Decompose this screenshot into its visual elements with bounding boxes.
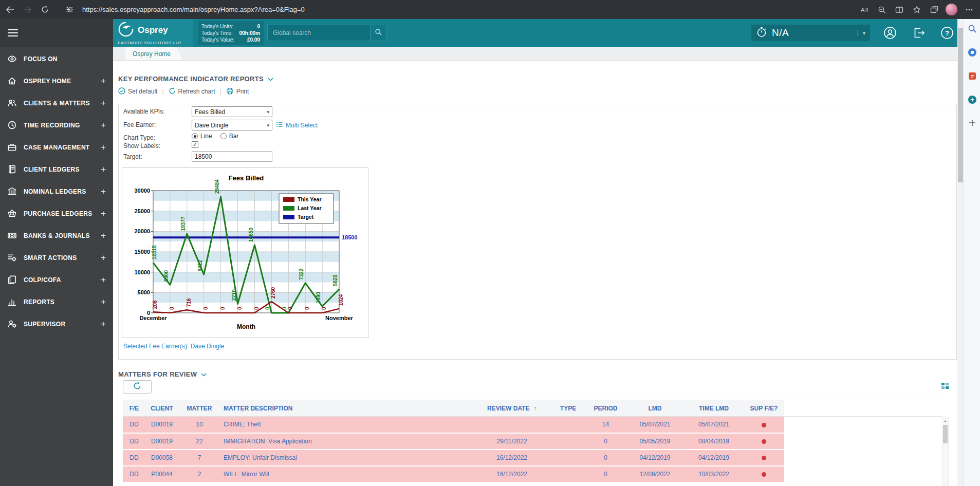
matters-refresh-button[interactable] bbox=[123, 380, 152, 394]
column-header-sup-f-e[interactable]: SUP F/E? bbox=[744, 400, 784, 417]
profile-icon[interactable] bbox=[883, 26, 897, 40]
sidebar-item-smart-actions[interactable]: SMART ACTIONS+ bbox=[0, 247, 113, 269]
target-input[interactable] bbox=[192, 151, 272, 162]
page-scrollbar[interactable] bbox=[957, 19, 964, 486]
column-header-period[interactable]: PERIOD bbox=[585, 400, 626, 417]
column-header-lmd[interactable]: LMD bbox=[626, 400, 684, 417]
timer-dropdown-icon[interactable]: ▾ bbox=[857, 30, 865, 36]
tools-icon[interactable] bbox=[968, 95, 977, 106]
expand-plus-icon[interactable]: + bbox=[101, 164, 106, 175]
column-header-review-date[interactable]: REVIEW DATE ↑ bbox=[473, 400, 551, 417]
sup-fe-indicator bbox=[762, 472, 766, 477]
today-units-label: Today's Units: bbox=[201, 23, 233, 30]
time-recording-widget[interactable]: N/A ▾ bbox=[751, 25, 870, 41]
table-scrollbar[interactable]: ▲ bbox=[942, 417, 949, 486]
global-search-input[interactable] bbox=[267, 25, 370, 41]
sidebar-search-icon[interactable] bbox=[968, 24, 977, 35]
forward-button[interactable] bbox=[20, 3, 35, 17]
expand-plus-icon[interactable]: + bbox=[101, 319, 106, 329]
expand-plus-icon[interactable]: + bbox=[101, 253, 106, 263]
refresh-button[interactable] bbox=[37, 3, 52, 17]
sidebar-item-focus-on[interactable]: FOCUS ON bbox=[0, 48, 113, 70]
show-labels-checkbox[interactable]: ✓ bbox=[192, 141, 198, 148]
radio-line[interactable] bbox=[192, 133, 198, 139]
today-units-value: 0 bbox=[257, 23, 260, 30]
expand-plus-icon[interactable]: + bbox=[101, 186, 106, 197]
column-header-type[interactable]: TYPE bbox=[551, 400, 585, 417]
sidebar-item-time-recording[interactable]: TIME RECORDING+ bbox=[0, 114, 113, 136]
matter-row[interactable]: DDD0001922IMMIGRATION: Visa Application2… bbox=[123, 433, 942, 450]
search-icon bbox=[375, 28, 382, 38]
expand-plus-icon[interactable]: + bbox=[101, 142, 106, 153]
column-header-matter[interactable]: MATTER bbox=[178, 400, 220, 417]
chevron-down-icon[interactable] bbox=[268, 75, 273, 83]
expand-plus-icon[interactable]: + bbox=[101, 275, 106, 285]
browser-menu-icon[interactable] bbox=[962, 3, 976, 16]
cell: 22 bbox=[178, 433, 220, 450]
sidebar-item-label: CLIENT LEDGERS bbox=[24, 166, 101, 173]
bar-chart-icon bbox=[7, 297, 17, 307]
fee-earner-select[interactable]: Dave Dingle▾ bbox=[192, 120, 272, 130]
expand-plus-icon[interactable]: + bbox=[101, 120, 106, 130]
back-button[interactable] bbox=[2, 3, 17, 17]
column-header-client[interactable]: CLIENT bbox=[145, 400, 178, 417]
breadcrumb-tab-osprey-home[interactable]: Osprey Home bbox=[125, 47, 183, 60]
chevron-down-icon[interactable] bbox=[201, 370, 207, 378]
sidebar-item-nominal-ledgers[interactable]: NOMINAL LEDGERS+ bbox=[0, 180, 113, 202]
sup-fe-cell bbox=[744, 450, 784, 466]
column-header-f-e[interactable]: F/E bbox=[123, 400, 145, 417]
add-sidebar-icon[interactable] bbox=[968, 119, 976, 129]
radio-bar[interactable] bbox=[220, 133, 227, 139]
print-button[interactable]: Print bbox=[226, 87, 249, 96]
refresh-icon bbox=[169, 87, 176, 96]
site-info-icon[interactable] bbox=[62, 3, 77, 17]
address-bar[interactable]: https://sales.ospreyapproach.com/main/os… bbox=[82, 6, 305, 13]
discover-icon[interactable] bbox=[968, 48, 977, 59]
column-header-time-lmd[interactable]: TIME LMD bbox=[684, 400, 744, 417]
favorites-icon[interactable] bbox=[910, 3, 923, 16]
matter-row[interactable]: DDD0001910CRIME: Theft1405/07/202105/07/… bbox=[123, 417, 942, 433]
read-aloud-icon[interactable]: A bbox=[857, 3, 871, 16]
sidebar-item-supervisor[interactable]: SUPERVISOR+ bbox=[0, 313, 113, 335]
shopping-icon[interactable] bbox=[968, 71, 977, 83]
search-button[interactable] bbox=[370, 25, 387, 41]
logo-block[interactable]: Osprey EASTNORE SOLICITORS LLP bbox=[113, 19, 193, 47]
svg-text:0: 0 bbox=[237, 307, 243, 310]
sidebar-item-banks-journals[interactable]: BANKS & JOURNALS+ bbox=[0, 225, 113, 247]
set-default-button[interactable]: Set default bbox=[118, 87, 157, 96]
refresh-chart-button[interactable]: Refresh chart bbox=[169, 87, 215, 96]
cell: WILL: Mirror Will bbox=[220, 466, 473, 482]
scrollbar-thumb[interactable] bbox=[958, 28, 963, 182]
split-screen-icon[interactable] bbox=[892, 3, 906, 16]
sidebar-item-reports[interactable]: REPORTS+ bbox=[0, 291, 113, 313]
expand-plus-icon[interactable]: + bbox=[101, 76, 106, 86]
matter-row[interactable]: DDP000442WILL: Mirror Will16/12/2022012/… bbox=[123, 466, 942, 482]
column-chooser-button[interactable] bbox=[939, 381, 951, 392]
sidebar-item-clients-matters[interactable]: CLIENTS & MATTERS+ bbox=[0, 92, 113, 114]
column-header-matter-description[interactable]: MATTER DESCRIPTION bbox=[220, 400, 473, 417]
expand-plus-icon[interactable]: + bbox=[101, 98, 106, 108]
sidebar-item-colp-cofa[interactable]: COLP/COFA+ bbox=[0, 269, 113, 291]
matter-row[interactable]: DDD000587EMPLOY: Unfair Dismissal16/12/2… bbox=[123, 450, 942, 466]
matters-table-header-row: F/ECLIENTMATTERMATTER DESCRIPTIONREVIEW … bbox=[123, 400, 942, 417]
expand-plus-icon[interactable]: + bbox=[101, 297, 106, 307]
expand-plus-icon[interactable]: + bbox=[101, 231, 106, 241]
svg-text:18500: 18500 bbox=[342, 234, 358, 240]
sidebar-item-client-ledgers[interactable]: CLIENT LEDGERS+ bbox=[0, 158, 113, 180]
cell: 29/11/2022 bbox=[473, 433, 551, 450]
collections-icon[interactable] bbox=[927, 3, 941, 16]
profile-avatar[interactable] bbox=[945, 3, 958, 16]
today-time-label: Today's Time: bbox=[201, 30, 233, 36]
sidebar-item-case-management[interactable]: CASE MANAGEMENT+ bbox=[0, 136, 113, 158]
multi-select-link[interactable]: Multi Select bbox=[276, 121, 318, 129]
table-scrollbar-thumb[interactable] bbox=[943, 425, 948, 443]
sidebar-item-osprey-home[interactable]: OSPREY HOME+ bbox=[0, 70, 113, 92]
menu-toggle-button[interactable] bbox=[8, 27, 18, 39]
logout-icon[interactable] bbox=[912, 26, 926, 40]
zoom-icon[interactable] bbox=[875, 3, 889, 16]
available-kpis-select[interactable]: Fees Billed▾ bbox=[192, 106, 272, 117]
sidebar-item-purchase-ledgers[interactable]: PURCHASE LEDGERS+ bbox=[0, 202, 113, 225]
expand-plus-icon[interactable]: + bbox=[101, 209, 106, 219]
scroll-up-icon[interactable]: ▲ bbox=[942, 417, 948, 424]
help-icon[interactable]: ? bbox=[940, 26, 954, 40]
